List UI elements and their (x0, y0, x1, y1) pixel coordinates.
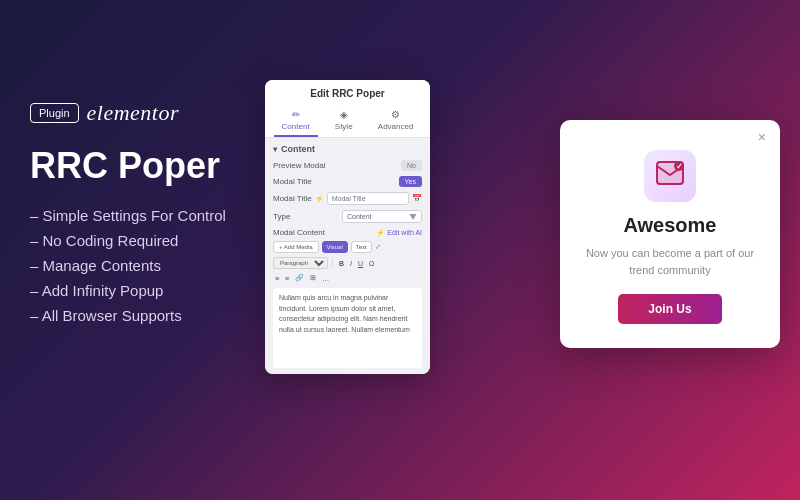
join-button[interactable]: Join Us (618, 294, 721, 324)
toolbar-row: + Add Media Visual Text ⤢ (273, 241, 422, 253)
tab-advanced-label: Advanced (378, 122, 414, 131)
modal-title-input-row: Modal Title ⚡ 📅 (273, 192, 422, 205)
table-icon[interactable]: ⊞ (308, 273, 318, 283)
italic-btn[interactable]: I (348, 259, 354, 268)
editor-panel: Edit RRC Poper ✏ Content ◈ Style ⚙ Advan… (265, 80, 430, 374)
tab-style-label: Style (335, 122, 353, 131)
badge-row: Plugin elementor (30, 100, 290, 126)
preview-modal-label: Preview Modal (273, 161, 325, 170)
modal-icon-wrap: ✓ (644, 150, 696, 202)
section-label: Content (273, 144, 422, 154)
svg-text:✓: ✓ (676, 162, 683, 171)
editor-title: Edit RRC Poper (265, 88, 430, 99)
format-toolbar: Paragraph B I U Ω (273, 257, 422, 269)
edit-ai-btn[interactable]: ⚡ Edit with AI (376, 229, 422, 237)
modal-content-header: Modal Content ⚡ Edit with AI (273, 228, 422, 237)
bold-btn[interactable]: B (337, 259, 346, 268)
modal-title-input-label: Modal Title (273, 194, 312, 203)
modal-description: Now you can become a part of our trend c… (584, 245, 756, 278)
elementor-logo: elementor (87, 100, 179, 126)
feature-item: – All Browser Supports (30, 307, 290, 324)
content-area[interactable]: Nullam quis arcu in magna pulvinar tinci… (273, 288, 422, 368)
close-button[interactable]: × (758, 130, 766, 144)
link-icon[interactable]: 🔗 (293, 273, 306, 283)
visual-btn[interactable]: Visual (322, 241, 348, 253)
more-icon[interactable]: … (320, 274, 331, 283)
modal-title-toggle-label: Modal Title (273, 177, 312, 186)
modal-preview: × ✓ Awesome Now you can become a part of… (560, 120, 780, 348)
align-center-icon[interactable]: ≡ (283, 274, 291, 283)
editor-header: Edit RRC Poper ✏ Content ◈ Style ⚙ Advan… (265, 80, 430, 138)
tab-content-label: Content (282, 122, 310, 131)
editor-body: Content Preview Modal No Modal Title Yes… (265, 138, 430, 374)
tab-style[interactable]: ◈ Style (327, 105, 361, 137)
feature-item: – Add Infinity Popup (30, 282, 290, 299)
expand-icon: ⤢ (375, 243, 381, 251)
type-label: Type (273, 212, 290, 221)
calendar-icon: 📅 (412, 194, 422, 203)
type-row: Type Content (273, 210, 422, 223)
feature-list: – Simple Settings For Control – No Codin… (30, 207, 290, 324)
type-select[interactable]: Content (342, 210, 422, 223)
feature-item: – No Coding Required (30, 232, 290, 249)
main-title: RRC Poper (30, 144, 290, 187)
content-tab-icon: ✏ (292, 109, 300, 120)
modal-title-toggle-row: Modal Title Yes (273, 176, 422, 187)
preview-modal-row: Preview Modal No (273, 160, 422, 171)
feature-item: – Manage Contents (30, 257, 290, 274)
preview-modal-toggle[interactable]: No (401, 160, 422, 171)
tab-content[interactable]: ✏ Content (274, 105, 318, 137)
modal-content-label: Modal Content (273, 228, 325, 237)
left-section: Plugin elementor RRC Poper – Simple Sett… (30, 100, 290, 324)
advanced-tab-icon: ⚙ (391, 109, 400, 120)
modal-title: Awesome (623, 214, 716, 237)
envelope-icon: ✓ (656, 161, 684, 191)
omega-btn[interactable]: Ω (367, 259, 376, 268)
style-tab-icon: ◈ (340, 109, 348, 120)
tab-advanced[interactable]: ⚙ Advanced (370, 105, 422, 137)
feature-item: – Simple Settings For Control (30, 207, 290, 224)
align-left-icon[interactable]: ≡ (273, 274, 281, 283)
paragraph-select[interactable]: Paragraph (273, 257, 328, 269)
plugin-badge: Plugin (30, 103, 79, 123)
editor-tabs: ✏ Content ◈ Style ⚙ Advanced (265, 105, 430, 137)
text-btn[interactable]: Text (351, 241, 372, 253)
modal-title-toggle[interactable]: Yes (399, 176, 422, 187)
modal-title-input[interactable] (327, 192, 409, 205)
align-row: ≡ ≡ 🔗 ⊞ … (273, 273, 422, 283)
add-media-btn[interactable]: + Add Media (273, 241, 319, 253)
underline-btn[interactable]: U (356, 259, 365, 268)
